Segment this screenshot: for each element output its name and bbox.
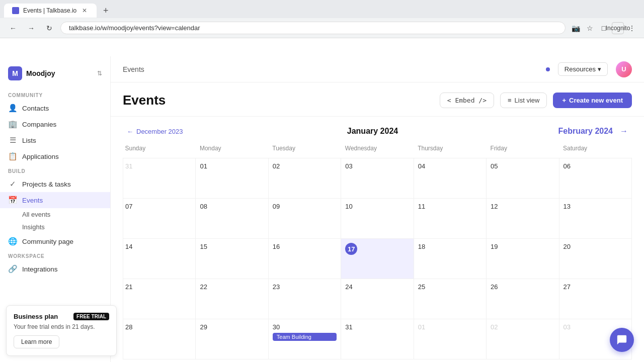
day-07[interactable]: 07	[123, 199, 196, 239]
day-11[interactable]: 11	[414, 199, 486, 239]
address-bar[interactable]: talkbase.io/w/moodjoy/events?view=calend…	[60, 22, 566, 34]
companies-label: Companies	[22, 121, 56, 128]
list-view-label: List view	[515, 97, 540, 104]
avatar[interactable]: U	[616, 61, 632, 77]
day-15[interactable]: 15	[196, 239, 268, 279]
applications-label: Applications	[22, 153, 59, 160]
day-19[interactable]: 19	[487, 239, 559, 279]
sidebar-item-applications[interactable]: 📋 Applications	[0, 148, 110, 164]
sidebar-item-events[interactable]: 📅 Events	[0, 192, 110, 208]
contacts-icon: 👤	[8, 104, 17, 113]
day-31-dec[interactable]: 31	[123, 158, 196, 199]
calendar-container: ← December 2023 January 2024 February 20…	[111, 117, 644, 362]
col-thursday: Thursday	[414, 142, 486, 158]
day-31[interactable]: 31	[341, 319, 414, 359]
day-24[interactable]: 24	[341, 279, 414, 319]
chat-icon	[616, 334, 627, 345]
community-section-label: COMMUNITY	[0, 88, 110, 100]
reload-button[interactable]: ↻	[42, 21, 56, 35]
back-button[interactable]: ←	[6, 21, 20, 35]
day-03[interactable]: 03	[341, 158, 414, 199]
calendar-row-5: 28 29 30 Team Building 31 01 02 03	[123, 319, 632, 359]
page-title: Events	[123, 93, 434, 108]
calendar-row-2: 07 08 09 10 11 12 13	[123, 199, 632, 239]
col-friday: Friday	[487, 142, 559, 158]
prev-arrow-icon: ←	[127, 128, 133, 135]
day-26[interactable]: 26	[487, 279, 559, 319]
integrations-label: Integrations	[22, 265, 58, 273]
day-16[interactable]: 16	[268, 239, 341, 279]
day-09[interactable]: 09	[268, 199, 341, 239]
sidebar-item-projects[interactable]: ✓ Projects & tasks	[0, 176, 110, 192]
day-28[interactable]: 28	[123, 319, 196, 359]
embed-label: < Embed />	[447, 97, 487, 104]
next-month-button[interactable]: →	[616, 125, 632, 138]
day-22[interactable]: 22	[196, 279, 268, 319]
list-view-icon: ≡	[508, 97, 512, 104]
browser-tab[interactable]: Events | Talkbase.io ✕	[4, 4, 97, 18]
org-header[interactable]: M Moodjoy ⇅	[0, 62, 110, 88]
day-10[interactable]: 10	[341, 199, 414, 239]
day-01-feb[interactable]: 01	[414, 319, 486, 359]
day-06[interactable]: 06	[559, 158, 631, 199]
integrations-icon: 🔗	[8, 264, 17, 274]
day-02[interactable]: 02	[268, 158, 341, 199]
sidebar-subitem-insights[interactable]: Insights	[0, 221, 110, 233]
sidebar-item-companies[interactable]: 🏢 Companies	[0, 116, 110, 132]
day-30[interactable]: 30 Team Building	[268, 319, 341, 359]
sidebar-item-community-page[interactable]: 🌐 Community page	[0, 233, 110, 249]
day-05[interactable]: 05	[487, 158, 559, 199]
free-trial-badge: FREE TRIAL	[73, 313, 109, 320]
events-header: Events < Embed /> ≡ List view + Create n…	[111, 82, 644, 117]
day-23[interactable]: 23	[268, 279, 341, 319]
build-section-label: BUILD	[0, 164, 110, 176]
day-27[interactable]: 27	[559, 279, 631, 319]
learn-more-button[interactable]: Learn more	[14, 335, 59, 348]
sidebar-subitem-all-events[interactable]: All events	[0, 208, 110, 221]
day-20[interactable]: 20	[559, 239, 631, 279]
org-logo: M	[8, 66, 22, 80]
lists-icon: ☰	[8, 136, 17, 145]
col-tuesday: Tuesday	[268, 142, 341, 158]
workspace-section-label: WORKSPACE	[0, 249, 110, 261]
forward-button[interactable]: →	[24, 21, 38, 35]
org-name: Moodjoy	[26, 69, 93, 77]
day-18[interactable]: 18	[414, 239, 486, 279]
sidebar-item-lists[interactable]: ☰ Lists	[0, 132, 110, 148]
menu-icon[interactable]: ⋮	[626, 22, 638, 34]
incognito-icon[interactable]: Incognito	[612, 22, 624, 34]
day-04[interactable]: 04	[414, 158, 486, 199]
day-14[interactable]: 14	[123, 239, 196, 279]
day-29[interactable]: 29	[196, 319, 268, 359]
day-02-feb[interactable]: 02	[487, 319, 559, 359]
event-team-building[interactable]: Team Building	[273, 333, 337, 341]
day-01[interactable]: 01	[196, 158, 268, 199]
community-page-icon: 🌐	[8, 237, 17, 246]
day-17-today[interactable]: 17	[341, 239, 414, 279]
create-event-button[interactable]: + Create new event	[553, 93, 632, 108]
tab-close-button[interactable]: ✕	[80, 7, 89, 15]
day-12[interactable]: 12	[487, 199, 559, 239]
sidebar-item-integrations[interactable]: 🔗 Integrations	[0, 261, 110, 277]
screenshare-icon[interactable]: 📷	[570, 22, 582, 34]
top-bar: Events Resources ▾ U	[111, 56, 644, 82]
prev-month-button[interactable]: ← December 2023	[123, 126, 187, 137]
day-13[interactable]: 13	[559, 199, 631, 239]
resources-button[interactable]: Resources ▾	[558, 62, 608, 76]
new-tab-button[interactable]: +	[99, 4, 113, 18]
sidebar-item-contacts[interactable]: 👤 Contacts	[0, 100, 110, 116]
banner-text: Your free trial ends in 21 days.	[14, 323, 109, 330]
chat-bubble-button[interactable]	[610, 328, 634, 352]
tab-title: Events | Talkbase.io	[23, 7, 76, 14]
calendar-row-3: 14 15 16 17 18 19 20	[123, 239, 632, 279]
day-21[interactable]: 21	[123, 279, 196, 319]
next-month-container: February 2024 →	[558, 125, 632, 138]
resources-chevron-icon: ▾	[598, 65, 601, 73]
embed-button[interactable]: < Embed />	[440, 93, 494, 108]
day-08[interactable]: 08	[196, 199, 268, 239]
bookmark-icon[interactable]: ☆	[584, 22, 596, 34]
calendar-row-4: 21 22 23 24 25 26 27	[123, 279, 632, 319]
insights-label: Insights	[22, 223, 45, 231]
list-view-button[interactable]: ≡ List view	[500, 93, 547, 108]
day-25[interactable]: 25	[414, 279, 486, 319]
